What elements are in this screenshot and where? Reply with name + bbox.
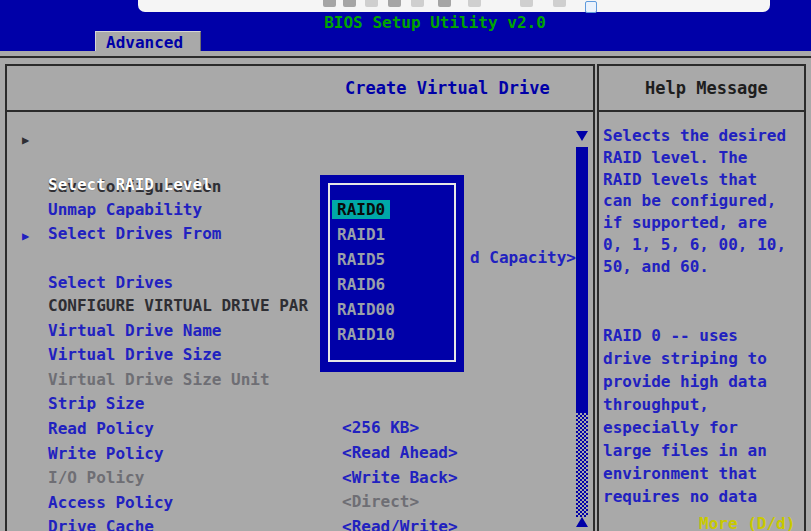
dropdown-option-raid00[interactable]: RAID00 bbox=[337, 297, 395, 322]
scroll-up-icon[interactable] bbox=[576, 517, 588, 527]
menu-item-drive-cache[interactable]: Drive Cache <Unchanged> bbox=[14, 491, 574, 515]
menu-item-save-configuration[interactable]: ▶ Save Configuration bbox=[14, 127, 574, 151]
page-title: Create Virtual Drive bbox=[345, 78, 550, 98]
toolbar-icon bbox=[468, 0, 481, 7]
help-text-line: throughput, bbox=[603, 394, 803, 416]
submenu-arrow-icon: ▶ bbox=[22, 224, 29, 248]
menu-item-virtual-drive-name[interactable]: Virtual Drive Name bbox=[14, 295, 574, 319]
menu-item-write-policy[interactable]: Write Policy <Write Back> bbox=[14, 418, 574, 442]
help-text-line: RAID level. The bbox=[603, 147, 803, 169]
menu-item-select-raid-level[interactable]: Select RAID Level <RAID0> bbox=[14, 149, 574, 173]
dropdown-option-raid10[interactable]: RAID10 bbox=[337, 322, 395, 347]
help-text-line: requires no data bbox=[603, 486, 803, 508]
help-text-line: if supported, are bbox=[603, 212, 803, 234]
menu-item-access-policy[interactable]: Access Policy <Read/Write> bbox=[14, 467, 574, 491]
dropdown-option-raid0[interactable]: RAID0 bbox=[337, 197, 390, 222]
help-text-line: environment that bbox=[603, 463, 803, 485]
bios-setup-screen: BIOS Setup Utility v2.0 Advanced Create … bbox=[0, 0, 811, 531]
toolbar-icon bbox=[365, 0, 378, 7]
more-help-hint: More (D/d) bbox=[699, 514, 795, 531]
host-toolbar bbox=[138, 0, 770, 12]
scrollbar-thumb[interactable] bbox=[576, 147, 588, 413]
dropdown-option-raid6[interactable]: RAID6 bbox=[337, 272, 385, 297]
menu-item-select-drives[interactable]: ▶ Select Drives bbox=[14, 223, 574, 247]
help-panel-title: Help Message bbox=[645, 78, 768, 98]
menu-item-strip-size[interactable]: Strip Size <256 KB> bbox=[14, 368, 574, 392]
help-text-line: 50, and 60. bbox=[603, 256, 803, 278]
menu-item-disable-background[interactable]: Disable Background <No> bbox=[14, 516, 574, 531]
title-separator bbox=[599, 110, 804, 112]
section-heading-configure-parameters: CONFIGURE VIRTUAL DRIVE PAR bbox=[14, 270, 574, 294]
menu-item-io-policy: I/O Policy <Direct> bbox=[14, 442, 574, 466]
checkbox-icon[interactable] bbox=[585, 1, 597, 13]
raid-level-dropdown: RAID0 RAID1 RAID5 RAID6 RAID00 RAID10 bbox=[320, 175, 464, 372]
dropdown-option-raid1[interactable]: RAID1 bbox=[337, 222, 385, 247]
toolbar-icon bbox=[323, 0, 336, 7]
help-text-line: 0, 1, 5, 6, 00, 10, bbox=[603, 234, 803, 256]
toolbar-icon bbox=[520, 0, 533, 7]
help-text-line: drive striping to bbox=[603, 348, 803, 370]
toolbar-icon bbox=[438, 0, 451, 7]
toolbar-icon bbox=[388, 0, 401, 7]
dropdown-option-raid5[interactable]: RAID5 bbox=[337, 247, 385, 272]
help-text-line: provide high data bbox=[603, 371, 803, 393]
title-separator bbox=[7, 110, 593, 112]
menu-item-value-fragment: d Capacity> bbox=[470, 246, 576, 270]
help-text-line: Selects the desired bbox=[603, 125, 803, 147]
help-text-line: RAID 0 -- uses bbox=[603, 325, 803, 347]
toolbar-icon bbox=[343, 0, 356, 7]
help-text-line: large files in an bbox=[603, 440, 803, 462]
help-text-line: RAID levels that bbox=[603, 169, 803, 191]
menu-item-virtual-drive-size[interactable]: Virtual Drive Size bbox=[14, 319, 574, 343]
help-text-line: can be configured, bbox=[603, 190, 803, 212]
toolbar-icon bbox=[553, 0, 566, 7]
toolbar-icon bbox=[411, 0, 424, 7]
menu-item-virtual-drive-size-unit: Virtual Drive Size Unit bbox=[14, 344, 574, 368]
header-divider bbox=[0, 56, 811, 58]
bios-utility-title: BIOS Setup Utility v2.0 bbox=[0, 13, 811, 32]
scrollbar-track[interactable] bbox=[576, 413, 588, 517]
tab-advanced[interactable]: Advanced bbox=[95, 31, 201, 51]
menu-item-read-policy[interactable]: Read Policy <Read Ahead> bbox=[14, 393, 574, 417]
menu-item-unmap-capability[interactable]: Unmap Capability bbox=[14, 174, 574, 198]
help-text-line: especially for bbox=[603, 417, 803, 439]
menu-item-select-drives-from[interactable]: Select Drives From d Capacity> bbox=[14, 198, 574, 222]
scroll-down-icon[interactable] bbox=[576, 131, 588, 141]
